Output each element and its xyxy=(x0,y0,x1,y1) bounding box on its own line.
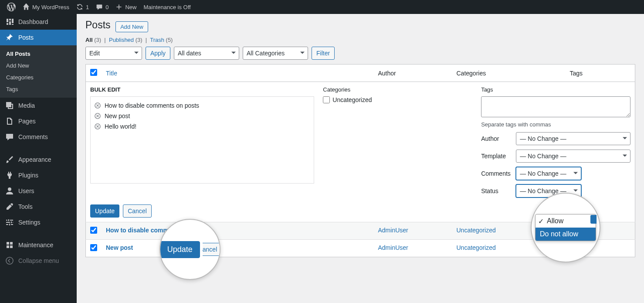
sidebar-item-settings[interactable]: Settings xyxy=(0,214,77,230)
row-checkbox[interactable] xyxy=(90,244,97,251)
posts-table: Title Author Categories Tags BULK EDIT xyxy=(85,64,635,257)
add-new-button[interactable]: Add New xyxy=(115,21,148,32)
submenu-all-posts[interactable]: All Posts xyxy=(0,48,77,60)
comments-select[interactable]: — No Change — xyxy=(516,167,581,180)
status-select[interactable]: — No Change — xyxy=(516,184,581,197)
submenu-add-new[interactable]: Add New xyxy=(0,60,77,71)
col-author[interactable]: Author xyxy=(374,65,452,82)
update-icon xyxy=(76,3,83,10)
collapse-icon xyxy=(5,256,14,265)
bulk-action-select[interactable]: Edit xyxy=(85,47,142,60)
bulk-title-item: How to disable comments on posts xyxy=(94,100,310,111)
comments-count: 0 xyxy=(105,4,108,10)
bulk-title-item: Hello world! xyxy=(94,121,310,132)
comment-icon xyxy=(96,3,103,10)
bulk-categories-heading: Categories xyxy=(323,86,472,93)
site-name-link[interactable]: My WordPress xyxy=(19,0,73,14)
comments-icon xyxy=(5,133,14,141)
category-link[interactable]: Uncategorized xyxy=(457,244,496,251)
remove-icon[interactable] xyxy=(94,112,101,119)
category-link[interactable]: Uncategorized xyxy=(457,227,496,234)
dashboard-icon xyxy=(5,17,14,26)
status-filters: All (3) | Published (3) | Trash (5) xyxy=(85,37,635,43)
new-label: New xyxy=(125,4,136,10)
plug-icon xyxy=(5,171,14,180)
page-title: Posts xyxy=(85,19,111,31)
update-button[interactable]: Update xyxy=(90,204,119,218)
tags-input[interactable] xyxy=(481,96,630,117)
author-label: Author xyxy=(481,135,512,142)
date-filter-select[interactable]: All dates xyxy=(174,47,239,60)
filter-all[interactable]: All xyxy=(85,37,93,43)
col-categories[interactable]: Categories xyxy=(452,65,566,82)
sidebar-label: Posts xyxy=(18,34,34,41)
updates-link[interactable]: 1 xyxy=(73,0,92,14)
submenu-tags[interactable]: Tags xyxy=(0,83,77,95)
media-icon xyxy=(5,101,14,110)
category-checkbox-row: Uncategorized xyxy=(323,96,472,103)
pin-icon xyxy=(5,33,14,42)
site-name: My WordPress xyxy=(32,4,69,10)
sidebar-label: Dashboard xyxy=(18,18,48,25)
filter-published[interactable]: Published xyxy=(109,37,134,43)
sidebar-label: Settings xyxy=(18,219,41,226)
apply-button[interactable]: Apply xyxy=(146,47,170,60)
col-tags[interactable]: Tags xyxy=(566,65,635,82)
sidebar-label: Appearance xyxy=(18,156,51,163)
sidebar-item-posts[interactable]: Posts xyxy=(0,30,77,45)
content-area: Posts Add New All (3) | Published (3) | … xyxy=(77,14,644,303)
sidebar-item-users[interactable]: Users xyxy=(0,183,77,199)
author-link[interactable]: AdminUser xyxy=(378,227,408,234)
post-title-link[interactable]: New post xyxy=(106,244,133,251)
sidebar-item-comments[interactable]: Comments xyxy=(0,129,77,145)
remove-icon[interactable] xyxy=(94,102,101,109)
sidebar-item-appearance[interactable]: Appearance xyxy=(0,152,77,167)
sidebar-label: Tools xyxy=(18,203,33,210)
row-checkbox[interactable] xyxy=(90,227,97,234)
pages-icon xyxy=(5,117,14,126)
maintenance-label: Maintenance is Off xyxy=(143,4,190,10)
sidebar-item-pages[interactable]: Pages xyxy=(0,113,77,129)
collapse-menu[interactable]: Collapse menu xyxy=(0,253,77,269)
post-title-link[interactable]: How to disable comments on posts xyxy=(106,227,208,234)
author-select[interactable]: — No Change — xyxy=(516,132,630,145)
bulk-title-item: New post xyxy=(94,111,310,121)
cancel-button[interactable]: Cancel xyxy=(123,204,152,218)
sidebar-label: Maintenance xyxy=(18,242,53,249)
col-title[interactable]: Title xyxy=(102,65,374,82)
comments-label: Comments xyxy=(481,170,512,177)
wp-logo[interactable] xyxy=(3,0,19,14)
template-select[interactable]: — No Change — xyxy=(516,150,630,163)
status-label: Status xyxy=(481,187,512,194)
template-label: Template xyxy=(481,153,512,160)
table-row: How to disable comments on posts AdminUs… xyxy=(86,222,635,240)
admin-sidebar: Dashboard Posts All Posts Add New Catego… xyxy=(0,14,77,303)
author-link[interactable]: AdminUser xyxy=(378,244,408,251)
category-checkbox[interactable] xyxy=(323,96,330,103)
sidebar-item-tools[interactable]: Tools xyxy=(0,199,77,214)
remove-icon[interactable] xyxy=(94,123,101,130)
plus-icon xyxy=(115,3,122,10)
sidebar-label: Pages xyxy=(18,118,36,125)
submenu-categories[interactable]: Categories xyxy=(0,71,77,83)
comments-link[interactable]: 0 xyxy=(92,0,112,14)
category-filter-select[interactable]: All Categories xyxy=(243,47,308,60)
bulk-edit-heading: BULK EDIT xyxy=(90,86,314,93)
filter-trash[interactable]: Trash xyxy=(150,37,164,43)
maintenance-link[interactable]: Maintenance is Off xyxy=(140,0,194,14)
sidebar-label: Plugins xyxy=(18,172,38,179)
filter-button[interactable]: Filter xyxy=(312,47,335,60)
sidebar-item-dashboard[interactable]: Dashboard xyxy=(0,14,77,30)
maintenance-icon xyxy=(5,241,14,249)
posts-submenu: All Posts Add New Categories Tags xyxy=(0,45,77,98)
select-all-checkbox[interactable] xyxy=(90,69,97,76)
sliders-icon xyxy=(5,218,14,227)
updates-count: 1 xyxy=(86,4,89,10)
sidebar-item-plugins[interactable]: Plugins xyxy=(0,167,77,183)
svg-point-0 xyxy=(6,257,13,264)
tags-cell: — xyxy=(566,240,635,257)
sidebar-item-media[interactable]: Media xyxy=(0,98,77,113)
bulk-titles-list: How to disable comments on posts New pos… xyxy=(90,96,314,184)
new-content-link[interactable]: New xyxy=(112,0,140,14)
sidebar-item-maintenance[interactable]: Maintenance xyxy=(0,237,77,253)
